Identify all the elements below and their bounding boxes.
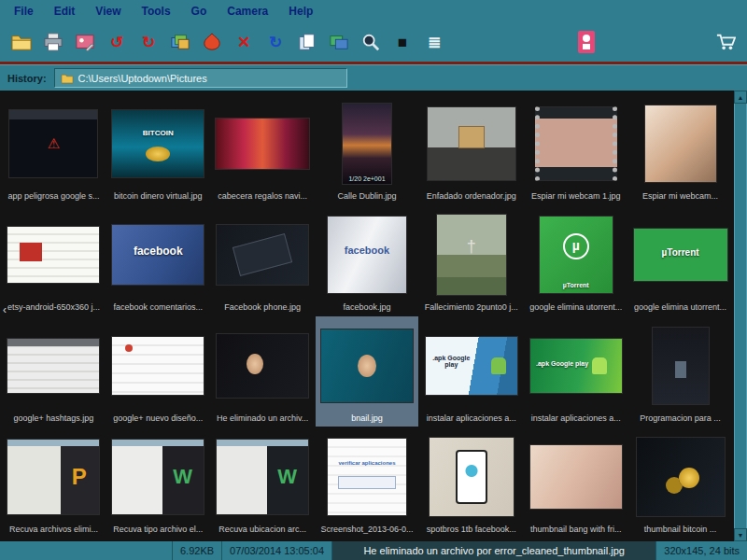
history-path-field[interactable]: C:\Users\Uptodown\Pictures	[54, 68, 347, 88]
thumbnail-item[interactable]: BITCOIN bitcoin dinero virtual.jpg	[106, 94, 210, 204]
refresh-icon: ↻	[269, 35, 282, 50]
thumbnail-item-selected[interactable]: bnail.jpg	[316, 316, 419, 427]
thumbnail-item[interactable]: Fallecimiento 2punto0 j...	[419, 205, 523, 315]
shopping-cart-icon	[715, 33, 736, 51]
history-path-text: C:\Users\Uptodown\Pictures	[78, 73, 207, 84]
thumbnail-item[interactable]: Espiar mi webcam 1.jpg	[524, 94, 627, 204]
thumbnail-item[interactable]: facebook facebook comentarios...	[106, 205, 210, 315]
collapse-panel-arrow[interactable]: ‹	[0, 298, 9, 322]
thumbnail-image	[215, 118, 310, 170]
refresh-button[interactable]: ↻	[261, 29, 289, 55]
copy-icon	[297, 33, 317, 51]
menu-help[interactable]: Help	[278, 2, 323, 21]
thumbnail-image	[216, 439, 309, 515]
thumbnail-caption: bitcoin dinero virtual.jpg	[108, 190, 207, 203]
thumbnail-caption: Enfadado ordenador.jpg	[422, 190, 521, 203]
thumbnail-item[interactable]: spotbros 1tb facebook...	[419, 427, 523, 538]
rotate-right-button[interactable]: ↻	[134, 29, 162, 55]
slideshow-button[interactable]	[325, 29, 353, 55]
print-button[interactable]	[39, 29, 67, 55]
thumbnail-caption: instalar aplicaciones a...	[422, 413, 521, 425]
thumbnail-caption: Recuva tipo archivo el...	[108, 524, 207, 536]
thumb-area	[420, 429, 522, 524]
thumbnail-caption: thumbnail bang with fri...	[527, 524, 626, 536]
cart-button[interactable]	[712, 29, 740, 55]
thumbnail-item[interactable]: µTorrent google elimina utorrent...	[628, 205, 732, 315]
rotate-left-icon: ↺	[110, 35, 123, 50]
thumb-area	[629, 429, 731, 524]
settings-list-button[interactable]: ≣	[420, 29, 448, 55]
thumb-area	[525, 429, 627, 524]
thumbnail-image	[436, 214, 507, 296]
thumbnail-item[interactable]: google+ hashtags.jpg	[2, 316, 106, 427]
status-dimensions: 320x145, 24 bits	[655, 541, 747, 560]
menu-edit[interactable]: Edit	[44, 2, 86, 21]
thumbnail-item[interactable]: Enfadado ordenador.jpg	[419, 94, 523, 204]
thumbnail-caption: Espiar mi webcam 1.jpg	[527, 190, 626, 203]
thumbnail-item[interactable]: google+ nuevo diseño...	[106, 316, 210, 427]
thumbnail-item[interactable]: Recuva archivos elimi...	[2, 427, 106, 538]
copy-button[interactable]	[293, 29, 321, 55]
thumbnail-item[interactable]: cabecera regalos navi...	[211, 94, 315, 204]
thumbnail-image: BITCOIN	[111, 109, 204, 178]
edit-image-button[interactable]	[71, 29, 99, 55]
thumbnail-overlay-label: .apk Google play	[532, 359, 593, 366]
thumbnail-item[interactable]: Programacion para ...	[628, 316, 732, 427]
delete-button[interactable]: ✕	[230, 29, 258, 55]
menu-bar: File Edit View Tools Go Camera Help	[0, 0, 747, 22]
thumbnail-image	[7, 439, 100, 515]
thumbnail-image	[8, 109, 98, 178]
thumbnail-item[interactable]: He eliminado un archiv...	[211, 316, 315, 427]
thumbnail-item[interactable]: etsy-android-650x360 j...	[2, 205, 106, 315]
menu-file[interactable]: File	[4, 2, 44, 21]
thumbnail-item[interactable]: Facebook phone.jpg	[211, 205, 315, 315]
scroll-down-arrow[interactable]: ▼	[734, 528, 747, 541]
menu-camera[interactable]: Camera	[217, 2, 278, 21]
scroll-up-arrow[interactable]: ▲	[734, 91, 747, 104]
thumbnail-item[interactable]: thumbnail bang with fri...	[524, 427, 627, 538]
thumbnail-item[interactable]: Espiar mi webcam...	[628, 94, 732, 204]
open-folder-button[interactable]	[7, 29, 35, 55]
thumbnail-image	[7, 226, 100, 284]
thumbnail-item[interactable]: Recuva ubicacion arc...	[211, 427, 315, 538]
thumbnail-caption: facebook comentarios...	[108, 301, 207, 314]
thumbnail-image	[429, 437, 514, 517]
toolbar: ↺ ↻ ✕ ↻ ■ ≣	[0, 22, 747, 64]
uptodown-badge[interactable]	[577, 30, 596, 54]
thumbnail-image: .apk Google play	[425, 336, 518, 396]
vertical-scrollbar[interactable]: ▲ ▼	[734, 91, 747, 541]
thumbnail-item[interactable]: thumbnail bitcoin ...	[628, 427, 732, 538]
gallery-button[interactable]	[166, 29, 194, 55]
thumbnail-caption: etsy-android-650x360 j...	[4, 301, 103, 314]
thumbnail-image: µTorrent	[539, 216, 613, 294]
history-bar: History: C:\Users\Uptodown\Pictures	[0, 64, 747, 91]
thumb-area	[212, 429, 314, 524]
menu-tools[interactable]: Tools	[131, 2, 180, 21]
thumbnail-item[interactable]: .apk Google play instalar aplicaciones a…	[524, 316, 627, 427]
thumbnail-item[interactable]: µTorrent google elimina utorrent...	[524, 205, 627, 315]
menu-view[interactable]: View	[85, 2, 131, 21]
thumbnail-item[interactable]: app peligrosa google s...	[2, 94, 106, 204]
thumb-area: .apk Google play	[420, 318, 522, 413]
thumbnail-browser: ‹ app peligrosa google s... BITCOIN bitc…	[0, 91, 747, 541]
menu-go[interactable]: Go	[181, 2, 218, 21]
effects-button[interactable]	[198, 29, 226, 55]
scrollbar-thumb[interactable]	[734, 104, 747, 528]
thumb-area	[107, 429, 209, 524]
thumbnail-item[interactable]: 1/20 2e+001 Calle Dublin.jpg	[316, 94, 419, 204]
status-bar: 6.92KB 07/03/2014 13:05:04 He eliminado …	[0, 541, 747, 560]
thumbnail-overlay-label: facebook	[328, 245, 406, 256]
thumb-area: facebook	[317, 207, 418, 301]
thumbnail-item[interactable]: facebook facebook.jpg	[316, 205, 419, 315]
thumbnail-item[interactable]: verificar aplicaciones Screenshot_2013-0…	[316, 427, 419, 538]
thumb-area	[212, 207, 314, 301]
fullscreen-icon: ■	[398, 35, 407, 50]
thumb-area	[420, 96, 522, 190]
thumbnail-image	[644, 105, 717, 183]
thumbnail-item[interactable]: .apk Google play instalar aplicaciones a…	[419, 316, 523, 427]
zoom-button[interactable]	[357, 29, 385, 55]
rotate-left-button[interactable]: ↺	[103, 29, 131, 55]
thumbnail-item[interactable]: Recuva tipo archivo el...	[106, 427, 210, 538]
thumb-area: .apk Google play	[525, 318, 627, 413]
fullscreen-button[interactable]: ■	[388, 29, 416, 55]
